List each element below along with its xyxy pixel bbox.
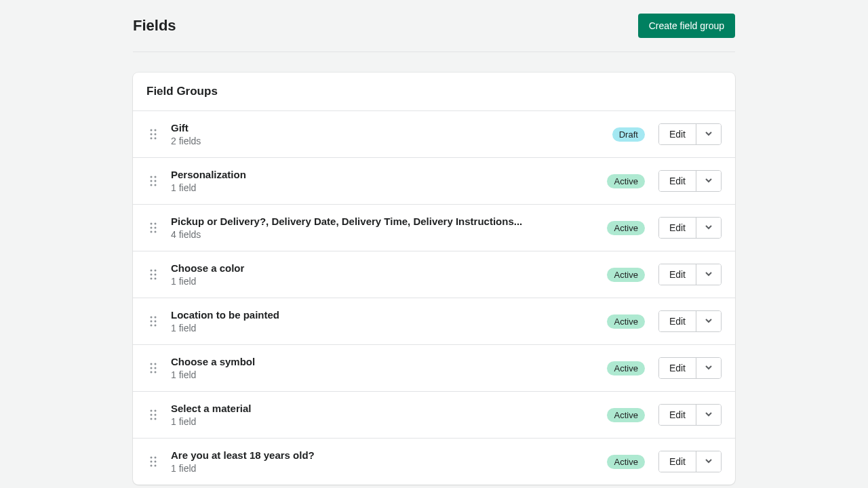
field-groups-list: Gift2 fieldsDraftEditPersonalization1 fi… [133, 111, 735, 485]
field-group-title: Choose a symbol [171, 356, 607, 367]
svg-point-12 [151, 223, 153, 225]
field-group-subtitle: 1 field [171, 276, 607, 287]
svg-point-13 [155, 223, 157, 225]
svg-point-30 [151, 363, 153, 365]
svg-point-31 [155, 363, 157, 365]
edit-button[interactable]: Edit [659, 218, 696, 238]
svg-point-20 [151, 274, 153, 276]
svg-point-44 [151, 461, 153, 463]
page-header: Fields Create field group [133, 14, 735, 52]
field-group-row: Choose a color1 fieldActiveEdit [133, 251, 735, 298]
page-title: Fields [133, 17, 176, 35]
svg-point-0 [151, 129, 153, 131]
svg-point-39 [155, 414, 157, 416]
drag-handle-icon[interactable] [146, 409, 160, 420]
card-title: Field Groups [146, 85, 722, 98]
field-group-content: Gift2 fields [171, 122, 612, 146]
svg-point-21 [155, 274, 157, 276]
drag-handle-icon[interactable] [146, 363, 160, 373]
svg-point-15 [155, 227, 157, 229]
drag-handle-icon[interactable] [146, 316, 160, 327]
field-group-row: Personalization1 fieldActiveEdit [133, 158, 735, 205]
more-actions-button[interactable] [696, 451, 721, 472]
svg-point-25 [155, 317, 157, 319]
chevron-down-icon [705, 363, 713, 373]
more-actions-button[interactable] [696, 218, 721, 238]
svg-point-8 [151, 180, 153, 182]
svg-point-34 [151, 371, 153, 373]
field-group-subtitle: 1 field [171, 416, 607, 427]
status-badge: Active [607, 314, 644, 329]
svg-point-28 [151, 325, 153, 327]
svg-point-6 [151, 176, 153, 178]
svg-point-35 [155, 371, 157, 373]
field-group-content: Personalization1 field [171, 169, 607, 193]
edit-button[interactable]: Edit [659, 171, 696, 191]
row-actions: Edit [658, 170, 722, 192]
row-actions: Edit [658, 217, 722, 239]
svg-point-47 [155, 465, 157, 467]
svg-point-3 [155, 134, 157, 136]
chevron-down-icon [705, 317, 713, 327]
field-group-title: Choose a color [171, 262, 607, 274]
svg-point-5 [155, 138, 157, 140]
field-group-subtitle: 1 field [171, 323, 607, 333]
field-group-subtitle: 4 fields [171, 229, 607, 240]
status-badge: Active [607, 174, 644, 188]
field-group-row: Select a material1 fieldActiveEdit [133, 392, 735, 439]
svg-point-4 [151, 138, 153, 140]
status-badge: Active [607, 408, 644, 422]
more-actions-button[interactable] [696, 264, 721, 285]
svg-point-9 [155, 180, 157, 182]
svg-point-43 [155, 457, 157, 459]
svg-point-1 [155, 129, 157, 131]
field-group-row: Are you at least 18 years old?1 fieldAct… [133, 439, 735, 485]
field-group-title: Location to be painted [171, 309, 607, 321]
status-badge: Active [607, 221, 644, 235]
drag-handle-icon[interactable] [146, 269, 160, 280]
edit-button[interactable]: Edit [659, 405, 696, 425]
svg-point-10 [151, 184, 153, 186]
field-groups-card: Field Groups Gift2 fieldsDraftEditPerson… [133, 73, 735, 485]
svg-point-18 [151, 270, 153, 272]
more-actions-button[interactable] [696, 124, 721, 144]
more-actions-button[interactable] [696, 405, 721, 425]
status-badge: Active [607, 361, 644, 375]
svg-point-14 [151, 227, 153, 229]
svg-point-16 [151, 231, 153, 233]
field-group-row: Gift2 fieldsDraftEdit [133, 111, 735, 158]
svg-point-11 [155, 184, 157, 186]
card-header: Field Groups [133, 73, 735, 111]
edit-button[interactable]: Edit [659, 358, 696, 378]
svg-point-45 [155, 461, 157, 463]
svg-point-27 [155, 321, 157, 323]
field-group-subtitle: 2 fields [171, 136, 612, 146]
drag-handle-icon[interactable] [146, 129, 160, 140]
drag-handle-icon[interactable] [146, 176, 160, 186]
more-actions-button[interactable] [696, 311, 721, 331]
more-actions-button[interactable] [696, 171, 721, 191]
edit-button[interactable]: Edit [659, 124, 696, 144]
edit-button[interactable]: Edit [659, 451, 696, 472]
field-group-subtitle: 1 field [171, 463, 607, 474]
row-actions: Edit [658, 310, 722, 332]
create-field-group-button[interactable]: Create field group [638, 14, 735, 38]
svg-point-19 [155, 270, 157, 272]
svg-point-32 [151, 367, 153, 369]
chevron-down-icon [705, 457, 713, 467]
field-group-title: Pickup or Delivery?, Delivery Date, Deli… [171, 216, 607, 227]
field-group-title: Select a material [171, 403, 607, 414]
chevron-down-icon [705, 176, 713, 186]
drag-handle-icon[interactable] [146, 222, 160, 233]
more-actions-button[interactable] [696, 358, 721, 378]
svg-point-46 [151, 465, 153, 467]
field-group-content: Choose a color1 field [171, 262, 607, 287]
drag-handle-icon[interactable] [146, 456, 160, 467]
svg-point-17 [155, 231, 157, 233]
field-group-content: Location to be painted1 field [171, 309, 607, 333]
field-group-content: Choose a symbol1 field [171, 356, 607, 380]
svg-point-42 [151, 457, 153, 459]
edit-button[interactable]: Edit [659, 264, 696, 285]
edit-button[interactable]: Edit [659, 311, 696, 331]
svg-point-7 [155, 176, 157, 178]
